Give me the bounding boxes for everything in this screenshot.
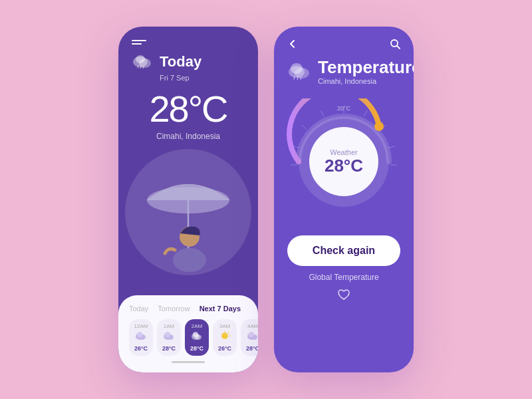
bottom-card: Today Tomorrow Next 7 Days 12AM 26°C 1AM	[118, 295, 258, 372]
hour-time-0: 12AM	[134, 323, 148, 329]
svg-point-12	[137, 332, 142, 337]
city-label-right: Cimahi, Indonesia	[318, 77, 414, 85]
svg-line-21	[228, 332, 229, 333]
hour-icon-2	[191, 331, 203, 343]
weather-cloud-icon-right	[287, 59, 311, 82]
hour-temp-3: 26°C	[218, 345, 231, 352]
svg-line-27	[397, 46, 400, 49]
tab-today[interactable]: Today	[129, 305, 148, 313]
hour-icon-3	[219, 331, 231, 343]
hour-card-3[interactable]: 3AM 26°C	[213, 319, 237, 356]
main-temperature: 28°C	[132, 87, 245, 130]
svg-line-35	[364, 110, 367, 116]
illustration-area	[118, 146, 258, 295]
today-title: Today	[160, 53, 201, 70]
hour-temp-0: 26°C	[134, 345, 148, 352]
hour-icon-0	[135, 331, 147, 343]
svg-line-39	[321, 110, 324, 116]
favorite-heart-icon[interactable]	[337, 289, 350, 303]
svg-point-30	[291, 63, 303, 74]
date-label: Fri 7 Sep	[160, 74, 245, 82]
gauge-weather-label: Weather	[325, 148, 363, 156]
svg-point-2	[136, 55, 145, 63]
gauge-min-label: 20°C	[337, 105, 350, 112]
hour-time-4: 4AM	[247, 323, 258, 329]
person-illustration	[135, 164, 241, 277]
gauge-temperature-value: 28°C	[325, 156, 363, 176]
hour-icon-4	[247, 331, 258, 343]
svg-line-40	[302, 125, 307, 130]
svg-point-19	[221, 332, 228, 339]
hour-time-1: 1AM	[164, 323, 174, 329]
top-bar	[274, 27, 414, 59]
svg-point-25	[249, 332, 254, 337]
right-phone: Temperature Cimahi, Indonesia	[274, 27, 414, 372]
left-phone: Today Fri 7 Sep 28°C Cimahi, Indonesia T…	[118, 27, 258, 372]
svg-point-18	[193, 332, 198, 337]
home-indicator	[172, 361, 205, 363]
gauge-center-display: Weather 28°C	[325, 148, 363, 176]
hour-temp-4: 28°C	[246, 345, 258, 352]
tab-tomorrow[interactable]: Tomorrow	[158, 305, 190, 313]
temperature-gauge: Weather 28°C 20°C	[274, 98, 414, 225]
weather-cloud-icon	[132, 53, 153, 71]
hour-icon-1	[163, 331, 175, 343]
hour-temp-1: 28°C	[162, 345, 176, 352]
menu-icon[interactable]	[132, 40, 146, 45]
hour-time-2: 2AM	[192, 323, 202, 329]
svg-point-44	[374, 122, 384, 131]
hour-card-0[interactable]: 12AM 26°C	[129, 319, 153, 356]
hour-card-1[interactable]: 1AM 28°C	[157, 319, 181, 356]
hour-time-3: 3AM	[219, 323, 230, 329]
back-button[interactable]	[287, 39, 298, 52]
forecast-tabs: Today Tomorrow Next 7 Days	[129, 305, 247, 313]
city-label: Cimahi, Indonesia	[132, 132, 245, 141]
check-again-button[interactable]: Check again	[287, 235, 400, 266]
hourly-forecast-row: 12AM 26°C 1AM	[129, 319, 247, 356]
tab-next7days[interactable]: Next 7 Days	[200, 305, 241, 313]
hour-temp-2: 28°C	[190, 345, 203, 352]
svg-point-15	[165, 332, 170, 337]
right-title-block: Temperature Cimahi, Indonesia	[318, 59, 414, 85]
hour-card-2[interactable]: 2AM 28°C	[185, 319, 209, 356]
right-header-block: Temperature Cimahi, Indonesia	[274, 59, 414, 96]
global-temperature-link[interactable]: Global Temperature	[274, 273, 414, 282]
search-button[interactable]	[390, 39, 400, 52]
temperature-page-title: Temperature	[318, 59, 414, 76]
hour-card-4[interactable]: 4AM 28°C	[241, 319, 258, 356]
heart-row	[274, 289, 414, 313]
left-header: Today Fri 7 Sep 28°C Cimahi, Indonesia	[118, 27, 258, 146]
svg-point-8	[173, 248, 206, 272]
